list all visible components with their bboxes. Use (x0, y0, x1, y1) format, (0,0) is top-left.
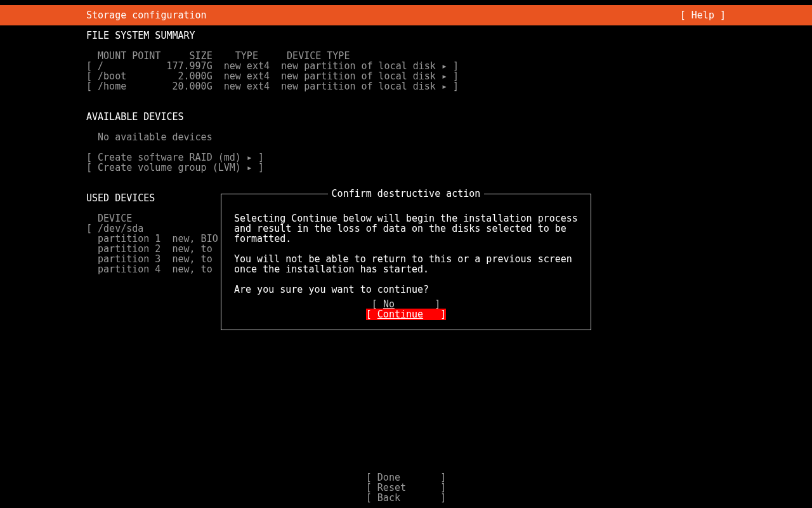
dialog-buttons: [ No ] [ Continue ] (221, 299, 591, 319)
help-button[interactable]: [ Help ] (680, 10, 726, 20)
fs-row[interactable]: [ /home 20.000G new ext4 new partition o… (86, 81, 459, 92)
partition-row[interactable]: partition 4 new, to (98, 264, 213, 275)
create-lvm[interactable]: [ Create volume group (LVM) ▸ ] (86, 162, 264, 173)
dialog-title: Confirm destructive action (328, 189, 485, 199)
no-available: No available devices (98, 131, 213, 143)
page-title: Storage configuration (86, 10, 207, 20)
footer-buttons: [ Done ] [ Reset ] [ Back ] (0, 472, 812, 503)
dialog-body: Selecting Continue below will begin the … (234, 213, 578, 295)
dialog-text-1: Selecting Continue below will begin the … (234, 213, 584, 244)
continue-button[interactable]: [ Continue ] (366, 309, 446, 320)
back-button[interactable]: [ Back ] (366, 492, 446, 504)
dialog-text-2: You will not be able to return to this o… (234, 253, 578, 275)
confirm-dialog: Confirm destructive action Selecting Con… (221, 194, 591, 330)
fs-summary-title: FILE SYSTEM SUMMARY (86, 30, 195, 41)
header-bar: Storage configuration [ Help ] (0, 5, 812, 25)
available-title: AVAILABLE DEVICES (86, 111, 184, 123)
dialog-text-3: Are you sure you want to continue? (234, 284, 429, 295)
used-title: USED DEVICES (86, 192, 155, 204)
